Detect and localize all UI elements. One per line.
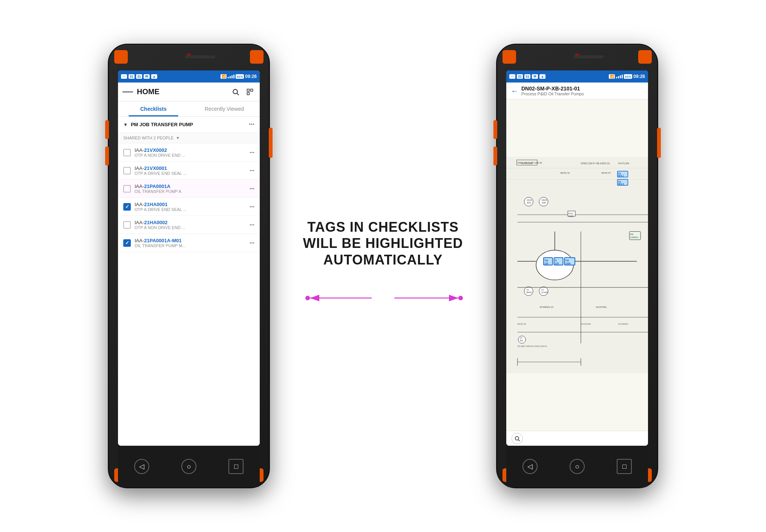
item-subtitle-2: OTP A DRIVE END SEAL ... bbox=[135, 171, 246, 176]
tabs-bar: Checklists Recently Viewed bbox=[118, 101, 260, 117]
checkbox-6[interactable] bbox=[123, 239, 131, 247]
status-right-icons-right: 📶 61% 09:26 bbox=[609, 74, 645, 79]
item-subtitle-1: OTP A NON DRIVE END ... bbox=[135, 153, 246, 157]
checkbox-4[interactable] bbox=[123, 203, 131, 211]
back-button-right[interactable]: ← bbox=[511, 87, 518, 95]
checklist-item-2[interactable]: IAA-21VX0001 OTP A DRIVE END SEAL ... ··… bbox=[118, 162, 260, 180]
signal-bar-2 bbox=[230, 76, 231, 78]
back-nav-button-right[interactable] bbox=[522, 459, 538, 474]
item-more-4[interactable]: ··· bbox=[250, 203, 254, 210]
svg-point-10 bbox=[458, 296, 463, 300]
svg-rect-2 bbox=[247, 89, 250, 91]
side-button-right-phone-left-mid[interactable] bbox=[493, 147, 497, 165]
corner-accent-tr-right bbox=[638, 50, 652, 64]
checkbox-3[interactable] bbox=[123, 185, 131, 193]
pid-header-top: ← DN02-SM-P-XB-2101-01 Process P&ID Oil … bbox=[511, 86, 643, 96]
checkbox-1[interactable] bbox=[123, 149, 131, 156]
side-button-left-top[interactable] bbox=[105, 120, 109, 139]
phone-left-bottom-nav bbox=[118, 446, 260, 487]
item-title-2: IAA-21VX0001 bbox=[135, 165, 246, 171]
side-button-left-mid[interactable] bbox=[105, 147, 109, 165]
pid-search-button[interactable] bbox=[512, 433, 523, 444]
side-button-right-phone-left-top[interactable] bbox=[493, 120, 497, 139]
pid-bottom-bar bbox=[506, 431, 648, 446]
pid-title-block: DN02-SM-P-XB-2101-01 Process P&ID Oil Tr… bbox=[521, 86, 643, 96]
svg-text:ZN-0957-0200-PL-D210-1320-N: ZN-0957-0200-PL-D210-1320-N bbox=[518, 345, 547, 347]
dots-icon: ··· bbox=[121, 74, 127, 79]
item-text-4: IAA-21HA0001 OTP A DRIVE END SEAL ... bbox=[135, 202, 246, 212]
item-more-5[interactable]: ··· bbox=[250, 222, 254, 228]
search-button[interactable] bbox=[230, 87, 241, 97]
hamburger-menu-button[interactable] bbox=[123, 87, 133, 97]
group-more-button[interactable]: ··· bbox=[249, 121, 254, 128]
svg-text:21: 21 bbox=[541, 289, 544, 291]
tab-checklists[interactable]: Checklists bbox=[118, 101, 189, 116]
svg-text:21CHY001: 21CHY001 bbox=[581, 323, 591, 325]
checkbox-5[interactable] bbox=[123, 221, 131, 229]
item-prefix-5: IAA- bbox=[135, 220, 144, 225]
mail-icon-right: ✉ bbox=[532, 74, 538, 79]
calendar-icon: 31 bbox=[129, 74, 135, 79]
checklist-item-5[interactable]: IAA-21HA0002 OTP A NON DRIVE END ... ··· bbox=[118, 216, 260, 234]
item-more-2[interactable]: ··· bbox=[250, 167, 254, 174]
item-text-3: IAA-21PA0001A OIL TRANSFER PUMP A bbox=[135, 183, 246, 194]
hamburger-line-3 bbox=[130, 92, 133, 92]
item-prefix-4: IAA- bbox=[135, 202, 144, 207]
speaker-top-right bbox=[573, 55, 604, 58]
phone-signal-icon-right: 📶 bbox=[609, 74, 615, 79]
item-more-6[interactable]: ··· bbox=[250, 240, 254, 246]
pid-diagram[interactable]: HV-FLAN DN02-SM-P-XB-A302-31 HV-FLAN DN0… bbox=[506, 99, 648, 431]
item-title-6: IAA-21PA0001A-M01 bbox=[135, 238, 246, 243]
side-button-right-phone-right[interactable] bbox=[657, 128, 661, 158]
pid-doc-id: DN02-SM-P-XB-2101-01 bbox=[521, 86, 643, 92]
svg-text:NOTE 15: NOTE 15 bbox=[560, 172, 570, 174]
checklist-item-6[interactable]: IAA-21PA0001A-M01 OIL TRANSFER PUMP M...… bbox=[118, 234, 260, 252]
promo-line-1: TAGS IN CHECKLISTS bbox=[307, 219, 458, 235]
item-prefix-6: IAA- bbox=[135, 238, 144, 243]
svg-text:DN02-SM-P-XB-A302-31: DN02-SM-P-XB-A302-31 bbox=[581, 162, 610, 165]
recent-nav-button-right[interactable] bbox=[617, 459, 632, 474]
svg-text:TW: TW bbox=[565, 259, 569, 262]
back-nav-button-left[interactable] bbox=[134, 459, 149, 474]
checklist-item-4[interactable]: IAA-21HA0001 OTP A DRIVE END SEAL ... ··… bbox=[118, 198, 260, 216]
svg-text:3002: 3002 bbox=[568, 215, 573, 217]
dots-icon-right: ··· bbox=[509, 74, 515, 79]
status-bar-left: ··· 31 31 ✉ ▲ 📶 61% bbox=[118, 70, 260, 83]
svg-text:ZCH002: ZCH002 bbox=[541, 292, 548, 294]
item-more-1[interactable]: ··· bbox=[250, 149, 254, 156]
side-button-right[interactable] bbox=[269, 128, 273, 158]
item-tag-5: 21HA0002 bbox=[144, 220, 167, 225]
status-left-icons-right: ··· 31 31 ✉ ▲ bbox=[509, 74, 545, 79]
home-nav-button-right[interactable] bbox=[570, 459, 585, 474]
svg-text:BH001: BH001 bbox=[526, 292, 532, 294]
phone-right-bottom-nav bbox=[506, 446, 648, 487]
speaker-top bbox=[185, 55, 215, 58]
svg-text:Z1: Z1 bbox=[520, 337, 522, 339]
signal-bar-4 bbox=[233, 75, 234, 78]
group-header: ▼ PM JOB TRANSFER PUMP ··· bbox=[118, 117, 260, 133]
checkbox-2[interactable] bbox=[123, 167, 131, 174]
arrow-diagram bbox=[296, 283, 470, 313]
item-text-5: IAA-21HA0002 OTP A NON DRIVE END ... bbox=[135, 220, 246, 230]
scan-button[interactable] bbox=[245, 87, 255, 97]
svg-text:3032: 3032 bbox=[527, 202, 531, 204]
item-tag-6: 21PA0001A-M01 bbox=[144, 238, 181, 243]
item-more-3[interactable]: ··· bbox=[250, 185, 254, 192]
status-bar-right: ··· 31 31 ✉ ▲ 📶 61% bbox=[506, 70, 648, 83]
svg-text:NOTE 34: NOTE 34 bbox=[518, 323, 526, 325]
promo-line-2: WILL BE HIGHLIGHTED bbox=[303, 235, 463, 251]
checklist-item-1[interactable]: IAA-21VX0002 OTP A NON DRIVE END ... ··· bbox=[118, 144, 260, 162]
recent-nav-button-left[interactable] bbox=[228, 459, 244, 474]
pid-svg: HV-FLAN DN02-SM-P-XB-A302-31 HV-FLAN DN0… bbox=[506, 99, 648, 431]
group-expand-icon[interactable]: ▼ bbox=[123, 122, 128, 127]
item-tag-4: 21HA0001 bbox=[144, 202, 167, 207]
corner-accent-tl-right bbox=[502, 50, 516, 64]
phone-right: ··· 31 31 ✉ ▲ 📶 61% bbox=[496, 44, 658, 488]
item-title-3: IAA-21PA0001A bbox=[135, 183, 246, 189]
tab-recently-viewed[interactable]: Recently Viewed bbox=[189, 101, 260, 116]
signal-bars-right bbox=[616, 75, 623, 78]
home-nav-button-left[interactable] bbox=[181, 459, 196, 474]
time-right: 09:26 bbox=[633, 74, 645, 79]
scene: ··· 31 31 ✉ ▲ 📶 61% bbox=[0, 0, 766, 532]
checklist-item-3[interactable]: IAA-21PA0001A OIL TRANSFER PUMP A ··· bbox=[118, 180, 260, 198]
